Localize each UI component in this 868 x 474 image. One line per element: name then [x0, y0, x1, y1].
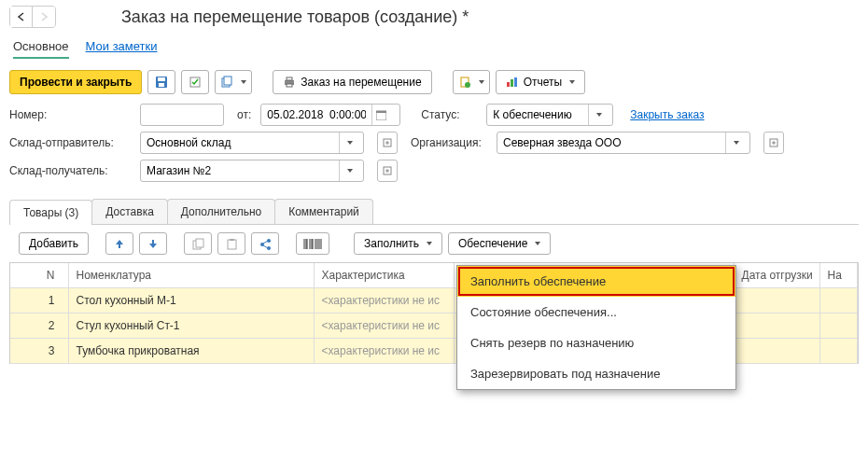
date-input[interactable] — [261, 105, 371, 125]
cell-char: <характеристики не ис — [314, 339, 454, 364]
col-char[interactable]: Характеристика — [314, 263, 454, 288]
cell-char: <характеристики не ис — [314, 314, 454, 339]
receiver-dropdown-icon[interactable] — [339, 160, 357, 181]
paste-button[interactable] — [217, 232, 245, 255]
history-nav — [9, 6, 56, 28]
arrow-up-icon — [114, 238, 125, 249]
back-button[interactable] — [10, 7, 33, 27]
subtab-main[interactable]: Основное — [13, 39, 69, 59]
attach-icon — [458, 76, 471, 89]
org-label: Организация: — [411, 136, 487, 149]
number-field[interactable] — [140, 104, 224, 126]
cell-next — [819, 314, 858, 339]
svg-point-10 — [465, 82, 470, 88]
printer-icon — [283, 77, 296, 88]
receiver-open-icon[interactable] — [377, 160, 398, 182]
menu-release-reserve[interactable]: Снять резерв по назначению — [457, 328, 735, 358]
chevron-down-icon — [479, 80, 484, 84]
status-field[interactable] — [486, 104, 613, 126]
cell-n: 3 — [10, 339, 68, 364]
barcode-button[interactable] — [296, 232, 329, 255]
svg-rect-5 — [224, 77, 231, 85]
copy-button[interactable] — [184, 232, 212, 255]
svg-rect-8 — [287, 84, 292, 87]
org-open-icon[interactable] — [763, 132, 784, 154]
svg-rect-15 — [376, 111, 386, 113]
related-docs-button[interactable] — [215, 70, 252, 94]
cell-char: <характеристики не ис — [314, 288, 454, 314]
chevron-down-icon — [241, 80, 246, 84]
chevron-down-icon — [535, 242, 540, 245]
cell-next — [819, 339, 858, 364]
tab-delivery[interactable]: Доставка — [91, 199, 168, 224]
forward-button[interactable] — [33, 7, 55, 27]
supply-menu: Заполнить обеспечение Состояние обеспече… — [456, 265, 736, 364]
sender-dropdown-icon[interactable] — [339, 132, 357, 153]
cell-n: 2 — [10, 314, 68, 339]
menu-reserve[interactable]: Зарезервировать под назначение — [457, 358, 735, 364]
tab-extra[interactable]: Дополнительно — [167, 199, 275, 224]
chevron-down-icon — [569, 80, 575, 84]
status-label: Статус: — [421, 108, 477, 121]
menu-supply-state[interactable]: Состояние обеспечения... — [457, 297, 735, 328]
status-input[interactable] — [487, 105, 588, 125]
copy-icon — [192, 238, 204, 250]
add-row-button[interactable]: Добавить — [19, 232, 89, 255]
cell-next — [819, 288, 858, 314]
svg-rect-20 — [196, 239, 203, 247]
cell-item: Стол кухонный М-1 — [68, 288, 314, 314]
submit-close-button[interactable]: Провести и закрыть — [9, 70, 142, 94]
subtab-notes[interactable]: Мои заметки — [86, 39, 158, 59]
svg-rect-12 — [511, 79, 513, 87]
cell-ship-date — [734, 339, 819, 364]
reports-button[interactable]: Отчеты — [496, 70, 585, 94]
supply-button[interactable]: Обеспечение — [448, 232, 551, 255]
move-up-button[interactable] — [105, 232, 133, 255]
col-ship-date[interactable]: Дата отгрузки — [734, 263, 819, 288]
paste-icon — [226, 238, 238, 250]
receiver-input[interactable] — [141, 160, 339, 181]
svg-rect-1 — [158, 77, 165, 81]
chevron-down-icon — [427, 242, 432, 245]
svg-rect-22 — [230, 239, 234, 241]
barcode-icon — [303, 238, 322, 250]
save-icon — [155, 76, 168, 89]
org-dropdown-icon[interactable] — [725, 132, 744, 153]
col-item[interactable]: Номенклатура — [68, 263, 314, 288]
sender-open-icon[interactable] — [377, 132, 398, 154]
arrow-down-icon — [147, 238, 159, 249]
share-button[interactable] — [251, 232, 279, 255]
org-field[interactable] — [497, 132, 750, 154]
post-icon — [189, 76, 202, 89]
status-dropdown-icon[interactable] — [588, 105, 607, 125]
docs-icon — [220, 76, 233, 89]
post-button[interactable] — [181, 70, 209, 94]
col-next[interactable]: На — [819, 263, 858, 288]
calendar-icon[interactable] — [371, 105, 390, 125]
tab-comment[interactable]: Комментарий — [274, 199, 373, 224]
svg-rect-21 — [228, 240, 236, 249]
svg-rect-11 — [507, 82, 510, 87]
close-order-link[interactable]: Закрыть заказ — [630, 108, 704, 121]
chart-icon — [506, 77, 519, 88]
save-button[interactable] — [147, 70, 175, 94]
share-icon — [259, 238, 272, 250]
attach-button[interactable] — [453, 70, 490, 94]
sender-field[interactable] — [140, 132, 364, 154]
sender-input[interactable] — [141, 132, 339, 153]
col-n[interactable]: N — [10, 263, 68, 288]
reports-label: Отчеты — [524, 76, 562, 89]
from-label: от: — [237, 108, 251, 121]
svg-rect-7 — [287, 77, 292, 80]
org-input[interactable] — [497, 132, 725, 153]
receiver-field[interactable] — [140, 160, 364, 182]
date-field[interactable] — [260, 104, 400, 126]
move-down-button[interactable] — [139, 232, 167, 255]
cell-item: Стул кухонный Ст-1 — [68, 314, 314, 339]
page-title: Заказ на перемещение товаров (создание) … — [65, 7, 469, 27]
tab-goods[interactable]: Товары (3) — [9, 200, 92, 225]
print-order-label: Заказ на перемещение — [301, 76, 421, 89]
print-order-button[interactable]: Заказ на перемещение — [273, 70, 431, 94]
fill-button[interactable]: Заполнить — [354, 232, 442, 255]
menu-fill-supply[interactable]: Заполнить обеспечение — [457, 266, 735, 297]
